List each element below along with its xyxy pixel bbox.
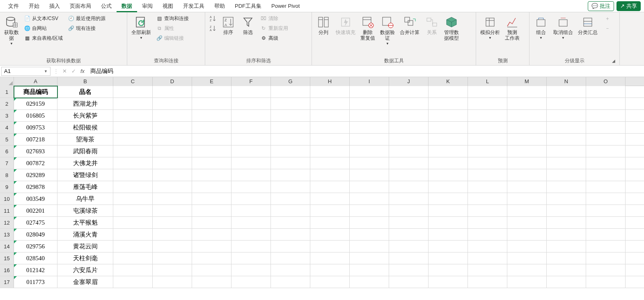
cell[interactable]: [468, 122, 507, 134]
cell[interactable]: [310, 276, 350, 288]
cell[interactable]: [310, 229, 350, 241]
cell[interactable]: [507, 110, 547, 122]
cell[interactable]: [113, 86, 153, 98]
cell[interactable]: [429, 241, 468, 252]
properties-button[interactable]: ⧉属性: [154, 24, 190, 33]
cell[interactable]: [547, 217, 586, 229]
cell[interactable]: [192, 110, 231, 122]
cell[interactable]: [429, 122, 468, 134]
from-table-button[interactable]: ▦来自表格/区域: [22, 34, 64, 43]
remove-dup-button[interactable]: 删除 重复值: [359, 14, 377, 41]
cell[interactable]: 雁荡毛峰: [57, 181, 113, 193]
cell[interactable]: [271, 169, 310, 181]
cell[interactable]: [192, 205, 231, 217]
cell[interactable]: [429, 276, 468, 288]
cell[interactable]: [350, 217, 389, 229]
cell[interactable]: 乌牛早: [57, 193, 113, 205]
cell[interactable]: 029756: [14, 241, 57, 252]
cell[interactable]: [310, 181, 350, 193]
cell[interactable]: [389, 181, 429, 193]
cell[interactable]: [153, 86, 192, 98]
tab-layout[interactable]: 页面布局: [65, 0, 96, 12]
cell[interactable]: [389, 86, 429, 98]
cell[interactable]: [586, 252, 626, 264]
cell[interactable]: 长兴紫笋: [57, 110, 113, 122]
cell[interactable]: 天柱剑毫: [57, 252, 113, 264]
cell[interactable]: [113, 205, 153, 217]
from-web-button[interactable]: 🌐自网站: [22, 24, 64, 33]
hide-detail-button[interactable]: －: [603, 24, 612, 33]
row-header[interactable]: 8: [0, 169, 14, 181]
comments-button[interactable]: 💬 批注: [588, 1, 614, 11]
cell[interactable]: [547, 264, 586, 276]
cell[interactable]: [586, 98, 626, 110]
cell[interactable]: [271, 98, 310, 110]
cell[interactable]: [310, 86, 350, 98]
cell[interactable]: [429, 252, 468, 264]
cell[interactable]: [231, 145, 271, 157]
col-header[interactable]: J: [389, 77, 429, 86]
cell[interactable]: [271, 145, 310, 157]
cell[interactable]: [350, 229, 389, 241]
cell[interactable]: 品名: [57, 86, 113, 98]
cell[interactable]: [586, 122, 626, 134]
cell[interactable]: [468, 193, 507, 205]
cell[interactable]: [192, 264, 231, 276]
cell[interactable]: [507, 169, 547, 181]
row-header[interactable]: 12: [0, 217, 14, 228]
col-header[interactable]: K: [429, 77, 468, 86]
cell[interactable]: [586, 157, 626, 169]
consolidate-button[interactable]: 合并计算: [398, 14, 421, 35]
cell[interactable]: [468, 205, 507, 217]
cell[interactable]: [192, 169, 231, 181]
cell[interactable]: [113, 145, 153, 157]
sort-desc-button[interactable]: ZA: [208, 24, 218, 33]
relationships-button[interactable]: 关系: [423, 14, 441, 35]
refresh-all-button[interactable]: 全部刷新 ▼: [130, 14, 153, 41]
cell[interactable]: [389, 134, 429, 145]
cell[interactable]: [507, 134, 547, 145]
cell[interactable]: [350, 252, 389, 264]
cell[interactable]: [586, 217, 626, 229]
cell[interactable]: [586, 241, 626, 252]
cell[interactable]: [429, 86, 468, 98]
col-header[interactable]: M: [507, 77, 547, 86]
show-detail-button[interactable]: ＋: [603, 14, 612, 23]
subtotal-button[interactable]: 分类汇总: [576, 14, 599, 35]
cell[interactable]: [429, 169, 468, 181]
cell[interactable]: [153, 217, 192, 229]
cell[interactable]: 商品编码: [14, 86, 57, 98]
cell[interactable]: [547, 86, 586, 98]
sort-button[interactable]: ZA 排序: [219, 14, 237, 35]
cell[interactable]: [389, 276, 429, 288]
cell[interactable]: [153, 145, 192, 157]
cell[interactable]: [113, 241, 153, 252]
cell[interactable]: [350, 169, 389, 181]
cell[interactable]: [429, 193, 468, 205]
cell[interactable]: [153, 134, 192, 145]
cell[interactable]: [547, 157, 586, 169]
cell[interactable]: [468, 134, 507, 145]
cell[interactable]: [468, 86, 507, 98]
cell[interactable]: [271, 252, 310, 264]
row-header[interactable]: 17: [0, 276, 14, 288]
whatif-button[interactable]: 模拟分析▼: [479, 14, 502, 41]
cell[interactable]: [113, 276, 153, 288]
cell[interactable]: [507, 217, 547, 229]
cell[interactable]: [192, 134, 231, 145]
cell[interactable]: [153, 181, 192, 193]
cell[interactable]: [586, 169, 626, 181]
forecast-button[interactable]: 预测 工作表: [503, 14, 521, 41]
tab-help[interactable]: 帮助: [209, 0, 230, 12]
cell[interactable]: 诸暨绿剑: [57, 169, 113, 181]
cell[interactable]: [231, 205, 271, 217]
row-header[interactable]: 11: [0, 205, 14, 216]
sort-asc-button[interactable]: AZ: [208, 14, 218, 23]
col-header[interactable]: E: [192, 77, 231, 86]
cell[interactable]: [310, 241, 350, 252]
cell[interactable]: [113, 134, 153, 145]
cell[interactable]: [586, 264, 626, 276]
cell[interactable]: [192, 276, 231, 288]
cell[interactable]: [113, 181, 153, 193]
cell[interactable]: [468, 181, 507, 193]
